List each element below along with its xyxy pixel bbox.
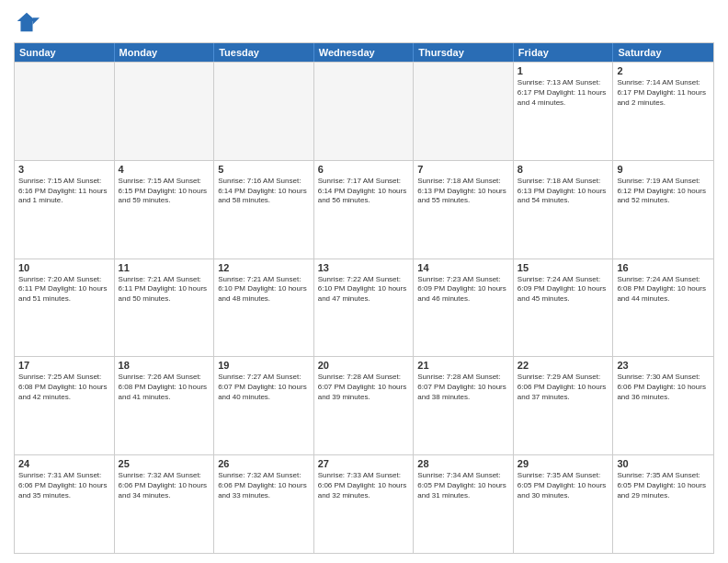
- day-number: 15: [518, 262, 609, 273]
- cal-cell: 20Sunrise: 7:28 AM Sunset: 6:07 PM Dayli…: [314, 357, 415, 454]
- day-number: 24: [18, 458, 110, 469]
- day-info: Sunrise: 7:23 AM Sunset: 6:09 PM Dayligh…: [417, 275, 509, 304]
- day-info: Sunrise: 7:25 AM Sunset: 6:08 PM Dayligh…: [18, 373, 110, 402]
- cal-cell: 30Sunrise: 7:35 AM Sunset: 6:05 PM Dayli…: [613, 455, 713, 553]
- day-info: Sunrise: 7:26 AM Sunset: 6:08 PM Dayligh…: [119, 373, 210, 402]
- cal-cell: 13Sunrise: 7:22 AM Sunset: 6:10 PM Dayli…: [314, 259, 415, 357]
- day-info: Sunrise: 7:29 AM Sunset: 6:06 PM Dayligh…: [518, 373, 609, 402]
- day-number: 27: [318, 458, 410, 469]
- day-info: Sunrise: 7:22 AM Sunset: 6:10 PM Dayligh…: [318, 275, 410, 304]
- day-number: 26: [218, 458, 310, 469]
- day-info: Sunrise: 7:35 AM Sunset: 6:05 PM Dayligh…: [617, 471, 710, 500]
- cal-row-1: 3Sunrise: 7:15 AM Sunset: 6:16 PM Daylig…: [15, 160, 713, 259]
- day-info: Sunrise: 7:16 AM Sunset: 6:14 PM Dayligh…: [218, 177, 310, 206]
- cal-row-0: 1Sunrise: 7:13 AM Sunset: 6:17 PM Daylig…: [15, 62, 713, 160]
- cal-cell: 5Sunrise: 7:16 AM Sunset: 6:14 PM Daylig…: [214, 161, 314, 259]
- day-number: 1: [518, 65, 609, 76]
- day-info: Sunrise: 7:32 AM Sunset: 6:06 PM Dayligh…: [218, 471, 310, 500]
- day-info: Sunrise: 7:19 AM Sunset: 6:12 PM Dayligh…: [617, 177, 710, 206]
- cal-cell: 19Sunrise: 7:27 AM Sunset: 6:07 PM Dayli…: [214, 357, 314, 454]
- cal-cell: 15Sunrise: 7:24 AM Sunset: 6:09 PM Dayli…: [514, 259, 614, 357]
- day-info: Sunrise: 7:32 AM Sunset: 6:06 PM Dayligh…: [119, 471, 210, 500]
- cal-cell: 4Sunrise: 7:15 AM Sunset: 6:15 PM Daylig…: [115, 161, 215, 259]
- day-info: Sunrise: 7:33 AM Sunset: 6:06 PM Dayligh…: [318, 471, 410, 500]
- header-cell-tuesday: Tuesday: [214, 43, 314, 62]
- cal-cell: [115, 63, 215, 160]
- cal-cell: 22Sunrise: 7:29 AM Sunset: 6:06 PM Dayli…: [514, 357, 614, 454]
- cal-cell: 17Sunrise: 7:25 AM Sunset: 6:08 PM Dayli…: [15, 357, 115, 454]
- cal-cell: 29Sunrise: 7:35 AM Sunset: 6:05 PM Dayli…: [514, 455, 614, 553]
- day-number: 19: [218, 360, 310, 371]
- cal-cell: 27Sunrise: 7:33 AM Sunset: 6:06 PM Dayli…: [314, 455, 415, 553]
- cal-cell: 8Sunrise: 7:18 AM Sunset: 6:13 PM Daylig…: [514, 161, 614, 259]
- cal-cell: 18Sunrise: 7:26 AM Sunset: 6:08 PM Dayli…: [115, 357, 215, 454]
- day-info: Sunrise: 7:35 AM Sunset: 6:05 PM Dayligh…: [518, 471, 609, 500]
- day-number: 12: [218, 262, 310, 273]
- cal-cell: [314, 63, 415, 160]
- cal-cell: 12Sunrise: 7:21 AM Sunset: 6:10 PM Dayli…: [214, 259, 314, 357]
- day-info: Sunrise: 7:30 AM Sunset: 6:06 PM Dayligh…: [617, 373, 710, 402]
- day-info: Sunrise: 7:24 AM Sunset: 6:08 PM Dayligh…: [617, 275, 710, 304]
- header-cell-wednesday: Wednesday: [314, 43, 415, 62]
- cal-cell: 1Sunrise: 7:13 AM Sunset: 6:17 PM Daylig…: [514, 63, 614, 160]
- cal-cell: 14Sunrise: 7:23 AM Sunset: 6:09 PM Dayli…: [414, 259, 514, 357]
- day-info: Sunrise: 7:18 AM Sunset: 6:13 PM Dayligh…: [417, 177, 509, 206]
- cal-cell: 28Sunrise: 7:34 AM Sunset: 6:05 PM Dayli…: [414, 455, 514, 553]
- day-info: Sunrise: 7:24 AM Sunset: 6:09 PM Dayligh…: [518, 275, 609, 304]
- day-info: Sunrise: 7:28 AM Sunset: 6:07 PM Dayligh…: [318, 373, 410, 402]
- day-info: Sunrise: 7:14 AM Sunset: 6:17 PM Dayligh…: [617, 78, 710, 108]
- cal-cell: [15, 63, 115, 160]
- calendar-body: 1Sunrise: 7:13 AM Sunset: 6:17 PM Daylig…: [15, 62, 713, 553]
- cal-cell: [214, 63, 314, 160]
- day-number: 7: [417, 164, 509, 175]
- day-info: Sunrise: 7:18 AM Sunset: 6:13 PM Dayligh…: [518, 177, 609, 206]
- day-number: 4: [119, 164, 210, 175]
- day-number: 14: [417, 262, 509, 273]
- day-info: Sunrise: 7:28 AM Sunset: 6:07 PM Dayligh…: [417, 373, 509, 402]
- cal-cell: 9Sunrise: 7:19 AM Sunset: 6:12 PM Daylig…: [613, 161, 713, 259]
- day-number: 3: [18, 164, 110, 175]
- day-number: 8: [518, 164, 609, 175]
- day-info: Sunrise: 7:15 AM Sunset: 6:15 PM Dayligh…: [119, 177, 210, 206]
- day-info: Sunrise: 7:27 AM Sunset: 6:07 PM Dayligh…: [218, 373, 310, 402]
- cal-cell: 11Sunrise: 7:21 AM Sunset: 6:11 PM Dayli…: [115, 259, 215, 357]
- day-number: 21: [417, 360, 509, 371]
- calendar-header: SundayMondayTuesdayWednesdayThursdayFrid…: [15, 43, 713, 62]
- cal-cell: 6Sunrise: 7:17 AM Sunset: 6:14 PM Daylig…: [314, 161, 415, 259]
- cal-row-3: 17Sunrise: 7:25 AM Sunset: 6:08 PM Dayli…: [15, 356, 713, 454]
- header-cell-saturday: Saturday: [613, 43, 713, 62]
- day-number: 17: [18, 360, 110, 371]
- day-info: Sunrise: 7:21 AM Sunset: 6:10 PM Dayligh…: [218, 275, 310, 304]
- cal-cell: 10Sunrise: 7:20 AM Sunset: 6:11 PM Dayli…: [15, 259, 115, 357]
- day-number: 25: [119, 458, 210, 469]
- cal-cell: 3Sunrise: 7:15 AM Sunset: 6:16 PM Daylig…: [15, 161, 115, 259]
- logo: [14, 9, 43, 35]
- day-info: Sunrise: 7:15 AM Sunset: 6:16 PM Dayligh…: [18, 177, 110, 206]
- calendar: SundayMondayTuesdayWednesdayThursdayFrid…: [14, 42, 714, 554]
- cal-row-4: 24Sunrise: 7:31 AM Sunset: 6:06 PM Dayli…: [15, 454, 713, 553]
- day-number: 5: [218, 164, 310, 175]
- day-number: 16: [617, 262, 710, 273]
- day-number: 30: [617, 458, 710, 469]
- header-cell-monday: Monday: [115, 43, 215, 62]
- cal-cell: 26Sunrise: 7:32 AM Sunset: 6:06 PM Dayli…: [214, 455, 314, 553]
- logo-icon: [14, 9, 40, 35]
- header-cell-friday: Friday: [514, 43, 614, 62]
- day-number: 22: [518, 360, 609, 371]
- cal-cell: [414, 63, 514, 160]
- day-info: Sunrise: 7:21 AM Sunset: 6:11 PM Dayligh…: [119, 275, 210, 304]
- day-number: 6: [318, 164, 410, 175]
- header: [14, 9, 714, 35]
- day-info: Sunrise: 7:20 AM Sunset: 6:11 PM Dayligh…: [18, 275, 110, 304]
- cal-cell: 7Sunrise: 7:18 AM Sunset: 6:13 PM Daylig…: [414, 161, 514, 259]
- day-number: 2: [617, 65, 710, 76]
- cal-cell: 24Sunrise: 7:31 AM Sunset: 6:06 PM Dayli…: [15, 455, 115, 553]
- day-number: 9: [617, 164, 710, 175]
- cal-cell: 2Sunrise: 7:14 AM Sunset: 6:17 PM Daylig…: [613, 63, 713, 160]
- cal-row-2: 10Sunrise: 7:20 AM Sunset: 6:11 PM Dayli…: [15, 259, 713, 357]
- day-number: 20: [318, 360, 410, 371]
- cal-cell: 25Sunrise: 7:32 AM Sunset: 6:06 PM Dayli…: [115, 455, 215, 553]
- cal-cell: 23Sunrise: 7:30 AM Sunset: 6:06 PM Dayli…: [613, 357, 713, 454]
- day-info: Sunrise: 7:17 AM Sunset: 6:14 PM Dayligh…: [318, 177, 410, 206]
- day-number: 10: [18, 262, 110, 273]
